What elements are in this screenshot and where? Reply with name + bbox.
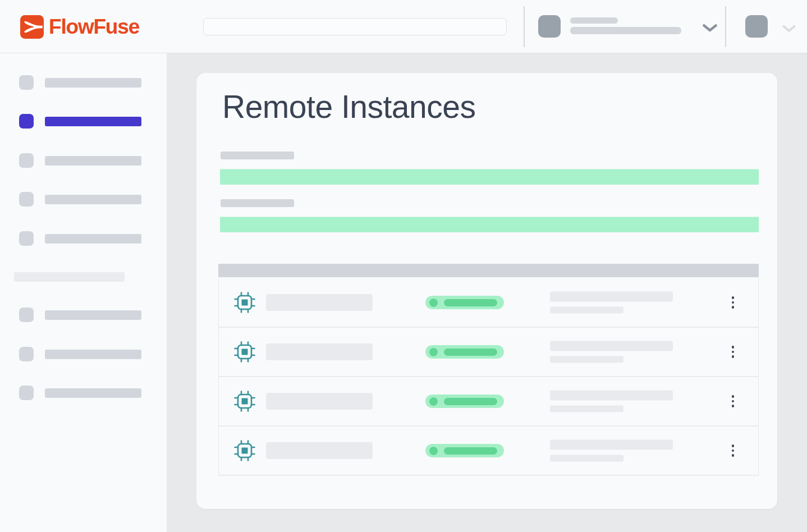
kebab-menu-icon[interactable]	[726, 442, 740, 460]
status-pill	[425, 345, 504, 359]
instance-name-placeholder	[266, 294, 373, 311]
detail-subline-placeholder	[550, 406, 623, 412]
detail-line-placeholder	[550, 391, 673, 401]
instance-details	[550, 440, 673, 462]
search-input[interactable]	[203, 18, 507, 35]
chip-icon	[233, 439, 256, 462]
team-avatar[interactable]	[538, 15, 561, 38]
status-pill	[425, 395, 504, 408]
sidebar-item[interactable]	[0, 386, 167, 400]
nav-item-label-placeholder	[45, 156, 141, 166]
nav-item-label-placeholder	[45, 78, 141, 88]
main-content: Remote Instances	[167, 53, 807, 532]
header-divider	[725, 6, 726, 47]
status-pill	[425, 296, 504, 309]
content-card: Remote Instances	[196, 73, 777, 509]
chevron-down-icon[interactable]	[703, 24, 717, 33]
kebab-menu-icon[interactable]	[726, 392, 740, 410]
nav-item-icon	[19, 231, 34, 246]
table-row[interactable]	[219, 328, 758, 377]
instance-details	[550, 341, 673, 363]
detail-line-placeholder	[550, 292, 673, 302]
field-label-placeholder	[221, 199, 294, 207]
nav-item-label-placeholder	[45, 350, 141, 359]
chip-icon	[233, 390, 256, 412]
status-pill	[425, 444, 504, 457]
nav-item-icon	[19, 153, 34, 168]
instance-name-placeholder	[266, 343, 373, 360]
nav-item-label-placeholder	[45, 195, 141, 204]
nav-item-icon	[19, 192, 34, 207]
kebab-menu-icon[interactable]	[726, 293, 740, 311]
sidebar-item[interactable]	[0, 75, 167, 90]
instance-details	[550, 292, 673, 314]
nav-item-label-placeholder	[45, 117, 141, 126]
detail-line-placeholder	[550, 440, 673, 450]
table-row[interactable]	[219, 278, 758, 328]
nav-item-icon	[19, 347, 34, 361]
sidebar-item[interactable]	[0, 192, 167, 207]
instance-name-placeholder	[266, 442, 373, 459]
user-avatar[interactable]	[745, 15, 768, 38]
detail-subline-placeholder	[550, 356, 623, 363]
chevron-down-icon[interactable]	[782, 25, 796, 33]
team-label-placeholder	[570, 17, 618, 24]
sidebar-item-active[interactable]	[0, 114, 167, 129]
table-body	[218, 278, 759, 476]
field-value-highlight	[220, 169, 759, 185]
instance-details	[550, 391, 673, 412]
status-dot-icon	[429, 397, 438, 406]
nav-item-label-placeholder	[45, 234, 141, 244]
sidebar-item[interactable]	[0, 231, 167, 246]
sidebar-item[interactable]	[0, 308, 167, 322]
sidebar-nav	[0, 53, 167, 532]
brand-name: FlowFuse	[49, 15, 139, 39]
detail-subline-placeholder	[550, 307, 623, 314]
instance-name-placeholder	[266, 393, 373, 410]
team-name-placeholder	[570, 27, 681, 34]
sidebar-item[interactable]	[0, 153, 167, 168]
chip-icon	[233, 341, 256, 363]
detail-subline-placeholder	[550, 455, 623, 462]
status-dot-icon	[429, 348, 438, 356]
status-label-placeholder	[444, 299, 497, 306]
field-label-placeholder	[221, 152, 294, 159]
sidebar-item[interactable]	[0, 347, 167, 361]
status-label-placeholder	[444, 348, 497, 356]
table-row[interactable]	[219, 426, 758, 476]
sidebar-section-label	[0, 272, 167, 282]
status-label-placeholder	[444, 447, 497, 455]
flowfuse-logo-icon	[20, 15, 44, 39]
instances-table	[218, 264, 759, 476]
status-dot-icon	[429, 299, 438, 307]
sidebar	[0, 53, 167, 532]
nav-item-label-placeholder	[45, 388, 141, 398]
field-value-highlight	[220, 217, 759, 232]
chip-icon	[233, 291, 256, 314]
table-header-placeholder	[218, 264, 759, 277]
brand-logo[interactable]: FlowFuse	[20, 0, 139, 53]
nav-item-label-placeholder	[45, 310, 141, 320]
page-title: Remote Instances	[222, 89, 475, 126]
nav-item-icon	[19, 308, 34, 322]
kebab-menu-icon[interactable]	[726, 343, 740, 361]
header-divider	[524, 6, 525, 47]
top-header: FlowFuse	[0, 0, 807, 53]
nav-item-icon	[19, 386, 34, 400]
table-row[interactable]	[219, 377, 758, 426]
nav-item-icon	[19, 114, 34, 129]
detail-line-placeholder	[550, 341, 673, 351]
status-dot-icon	[429, 447, 438, 455]
nav-item-icon	[19, 75, 34, 90]
status-label-placeholder	[444, 398, 497, 405]
